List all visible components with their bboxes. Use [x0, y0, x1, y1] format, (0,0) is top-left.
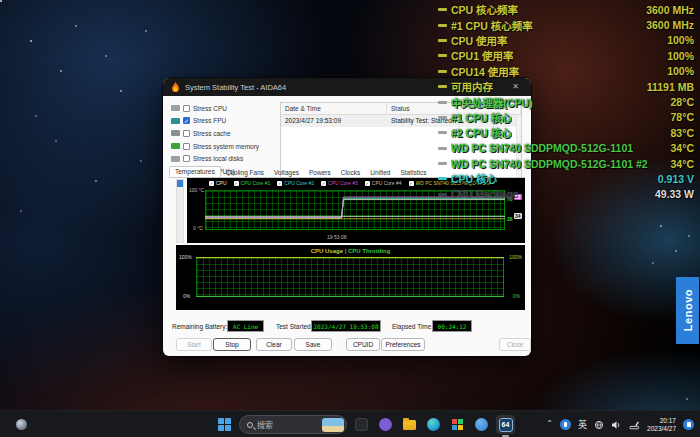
app-window-icon — [355, 418, 368, 431]
test-started-value: 2023/4/27 19:53:08 — [311, 320, 381, 332]
elapsed-time-value: 00:24:12 — [432, 320, 472, 332]
start-button[interactable] — [215, 415, 234, 434]
flame-icon — [171, 82, 180, 93]
taskbar-app-blue[interactable] — [472, 415, 491, 434]
osd-row: CPU 使用率100% — [438, 33, 694, 48]
legend-item[interactable]: ✓CPU Core #2 — [277, 180, 314, 186]
pen-icon[interactable] — [629, 420, 640, 430]
legend-checkbox[interactable]: ✓ — [234, 181, 239, 186]
graph-tabs: TemperaturesCooling FansVoltagesPowersCl… — [169, 166, 525, 178]
tab-statistics[interactable]: Statistics — [395, 168, 431, 177]
stress-option[interactable]: ✓Stress FPU — [171, 115, 277, 128]
checkbox[interactable]: ✓ — [183, 117, 190, 124]
stress-option[interactable]: Stress system memory — [171, 140, 277, 153]
osd-value: 49.33 W — [649, 188, 694, 200]
stress-option[interactable]: Stress cache — [171, 127, 277, 140]
lenovo-brand-label: Lenovo — [682, 289, 694, 331]
usage-left-top-label: 100% — [179, 254, 192, 260]
clear-button[interactable]: Clear — [256, 338, 292, 351]
taskbar-app-aida64[interactable]: 64 — [496, 415, 515, 434]
taskbar-app-edge[interactable] — [424, 415, 443, 434]
stress-option[interactable]: Stress local disks — [171, 152, 277, 165]
osd-label: CPU14 使用率 — [451, 64, 519, 79]
usage-title-left: CPU Usage — [311, 248, 343, 254]
osd-row: #1 CPU 核心频率3600 MHz — [438, 17, 694, 32]
taskbar-app-purple[interactable] — [376, 415, 395, 434]
osd-value: 3600 MHz — [640, 4, 694, 16]
legend-checkbox[interactable]: ✓ — [209, 181, 214, 186]
checkbox[interactable] — [183, 105, 190, 112]
search-box[interactable]: 搜索 — [239, 415, 347, 434]
legend-checkbox[interactable]: ✓ — [277, 181, 282, 186]
wallpaper-stars — [0, 0, 2, 2]
log-column-datetime[interactable]: Date & Time — [281, 103, 387, 114]
close-icon[interactable]: ✕ — [508, 81, 523, 93]
volume-icon[interactable] — [611, 420, 622, 430]
cpuid-button[interactable]: CPUID — [346, 338, 380, 351]
checkbox[interactable] — [183, 130, 190, 137]
taskbar-app-store[interactable] — [448, 415, 467, 434]
graph-scrollbar-thumb[interactable] — [177, 180, 183, 187]
purple-app-icon — [379, 418, 392, 431]
tab-voltages[interactable]: Voltages — [269, 168, 304, 177]
legend-label: CPU Core #4 — [372, 180, 402, 186]
log-cell-status: Stability Test: Started — [387, 115, 521, 127]
legend-checkbox[interactable]: ✓ — [365, 181, 370, 186]
tab-powers[interactable]: Powers — [304, 168, 336, 177]
desktop: Lenovo System Stability Test - AIDA64 ✕ … — [0, 0, 700, 437]
widgets-icon[interactable] — [16, 419, 27, 430]
aida64-stability-test-window: System Stability Test - AIDA64 ✕ Stress … — [163, 78, 531, 356]
notification-center-button[interactable] — [683, 419, 694, 430]
osd-row: CPU 核心频率3600 MHz — [438, 2, 694, 17]
network-icon[interactable] — [594, 420, 604, 430]
temp-axis-top-label: 100 °C — [189, 187, 204, 193]
search-daily-image[interactable] — [322, 418, 344, 432]
checkbox[interactable] — [183, 155, 190, 162]
stress-option-label: Stress CPU — [193, 105, 227, 112]
legend-item[interactable]: ✓CPU — [209, 180, 227, 186]
blue-app-icon — [475, 418, 488, 431]
osd-value: 100% — [661, 65, 694, 77]
usage-right-bottom-label: 0% — [513, 293, 520, 299]
usage-title-right: CPU Throttling — [348, 248, 390, 254]
frequency-icon — [438, 8, 447, 11]
stress-option-label: Stress cache — [193, 130, 231, 137]
legend-item[interactable]: ✓CPU Core #1 — [234, 180, 271, 186]
temperature-chart: ✓CPU✓CPU Core #1✓CPU Core #2✓CPU Core #3… — [187, 178, 525, 243]
stop-button[interactable]: Stop — [213, 338, 251, 351]
window-title: System Stability Test - AIDA64 — [185, 83, 286, 92]
taskbar-clock[interactable]: 20:17 2023/4/27 — [647, 417, 676, 433]
button-row: StartStopClearSaveCPUIDPreferencesClose — [163, 338, 531, 353]
osd-label: CPU 使用率 — [451, 33, 508, 48]
colorful-grid-icon — [452, 419, 464, 431]
stress-option-label: Stress system memory — [193, 143, 259, 150]
legend-checkbox[interactable]: ✓ — [409, 181, 414, 186]
osd-row: CPU14 使用率100% — [438, 64, 694, 79]
lenovo-brand-badge: Lenovo — [676, 277, 699, 344]
tab-cooling-fans[interactable]: Cooling Fans — [221, 168, 269, 177]
taskbar-app-taskview[interactable] — [352, 415, 371, 434]
checkbox[interactable] — [183, 143, 190, 150]
legend-item[interactable]: ✓CPU Core #3 — [321, 180, 358, 186]
window-titlebar[interactable]: System Stability Test - AIDA64 ✕ — [163, 78, 531, 96]
log-column-status[interactable]: Status — [387, 103, 521, 114]
system-tray: ⌃ 英 20:17 2023/4/27 — [546, 411, 694, 437]
save-button[interactable]: Save — [294, 338, 332, 351]
legend-item[interactable]: ✓CPU Core #4 — [365, 180, 402, 186]
tray-overflow-chevron-icon[interactable]: ⌃ — [546, 419, 553, 428]
legend-item[interactable]: ✓WD PC SN740 SDDPMQD-512G- — [409, 180, 492, 186]
ime-language-indicator[interactable]: 英 — [578, 418, 587, 431]
tab-temperatures[interactable]: Temperatures — [169, 166, 221, 177]
tab-clocks[interactable]: Clocks — [336, 168, 366, 177]
taskbar-app-explorer[interactable] — [400, 415, 419, 434]
tray-app-icon[interactable] — [560, 419, 571, 430]
preferences-button[interactable]: Preferences — [381, 338, 425, 351]
legend-checkbox[interactable]: ✓ — [321, 181, 326, 186]
usage-icon — [438, 54, 447, 57]
stress-option[interactable]: Stress CPU — [171, 102, 277, 115]
log-table-row[interactable]: 2023/4/27 19:53:09Stability Test: Starte… — [281, 115, 521, 127]
temp-marker: 83 — [514, 194, 522, 200]
tab-unified[interactable]: Unified — [365, 168, 395, 177]
log-table-header: Date & Time Status — [281, 103, 521, 115]
graph-scrollbar[interactable] — [176, 179, 184, 243]
